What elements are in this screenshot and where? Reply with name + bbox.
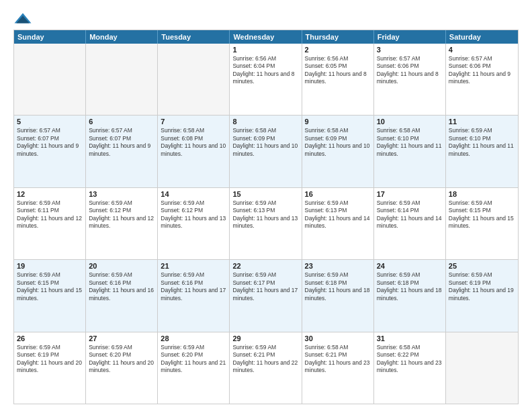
day-number: 6 [89,118,154,126]
cal-cell-30: 30Sunrise: 6:58 AMSunset: 6:21 PMDayligh… [302,332,374,404]
day-number: 3 [377,46,443,54]
cell-info: Sunrise: 6:59 AMSunset: 6:12 PMDaylight:… [89,199,154,230]
cal-cell-21: 21Sunrise: 6:59 AMSunset: 6:16 PMDayligh… [158,260,230,331]
cal-cell-31: 31Sunrise: 6:58 AMSunset: 6:22 PMDayligh… [374,332,446,404]
cell-info: Sunrise: 6:59 AMSunset: 6:21 PMDaylight:… [232,344,298,375]
cal-cell-3: 3Sunrise: 6:57 AMSunset: 6:06 PMDaylight… [374,44,446,115]
day-number: 30 [305,334,371,342]
cell-info: Sunrise: 6:57 AMSunset: 6:07 PMDaylight:… [89,127,154,158]
cal-cell-13: 13Sunrise: 6:59 AMSunset: 6:12 PMDayligh… [86,188,158,259]
cal-header-sunday: Sunday [14,30,86,44]
cell-info: Sunrise: 6:59 AMSunset: 6:16 PMDaylight:… [89,271,154,302]
cal-header-thursday: Thursday [302,30,374,44]
cal-cell-8: 8Sunrise: 6:58 AMSunset: 6:09 PMDaylight… [230,116,302,187]
cal-header-monday: Monday [86,30,158,44]
cell-info: Sunrise: 6:59 AMSunset: 6:10 PMDaylight:… [449,127,515,158]
cal-cell-10: 10Sunrise: 6:58 AMSunset: 6:10 PMDayligh… [374,116,446,187]
cell-info: Sunrise: 6:59 AMSunset: 6:19 PMDaylight:… [449,271,515,302]
day-number: 14 [161,190,226,198]
day-number: 4 [449,46,515,54]
cal-cell-17: 17Sunrise: 6:59 AMSunset: 6:14 PMDayligh… [374,188,446,259]
cell-info: Sunrise: 6:59 AMSunset: 6:11 PMDaylight:… [17,199,83,230]
cal-cell-20: 20Sunrise: 6:59 AMSunset: 6:16 PMDayligh… [86,260,158,331]
cell-info: Sunrise: 6:59 AMSunset: 6:13 PMDaylight:… [305,199,371,230]
header [13,12,519,24]
cell-info: Sunrise: 6:56 AMSunset: 6:05 PMDaylight:… [305,55,371,86]
calendar-body: 1Sunrise: 6:56 AMSunset: 6:04 PMDaylight… [14,44,518,404]
cal-cell-16: 16Sunrise: 6:59 AMSunset: 6:13 PMDayligh… [302,188,374,259]
cal-header-wednesday: Wednesday [230,30,302,44]
day-number: 17 [377,190,443,198]
cal-header-saturday: Saturday [446,30,518,44]
logo-icon [13,12,32,24]
cal-cell-22: 22Sunrise: 6:59 AMSunset: 6:17 PMDayligh… [230,260,302,331]
cell-info: Sunrise: 6:59 AMSunset: 6:17 PMDaylight:… [232,271,298,302]
cal-cell-6: 6Sunrise: 6:57 AMSunset: 6:07 PMDaylight… [86,116,158,187]
cal-cell-11: 11Sunrise: 6:59 AMSunset: 6:10 PMDayligh… [446,116,518,187]
cal-cell-23: 23Sunrise: 6:59 AMSunset: 6:18 PMDayligh… [302,260,374,331]
day-number: 7 [161,118,226,126]
cell-info: Sunrise: 6:57 AMSunset: 6:06 PMDaylight:… [377,55,443,86]
day-number: 22 [232,262,298,270]
cal-cell-29: 29Sunrise: 6:59 AMSunset: 6:21 PMDayligh… [230,332,302,404]
day-number: 21 [161,262,226,270]
logo [13,12,35,24]
page: SundayMondayTuesdayWednesdayThursdayFrid… [0,0,532,411]
day-number: 26 [17,334,83,342]
cell-info: Sunrise: 6:56 AMSunset: 6:04 PMDaylight:… [232,55,298,86]
day-number: 10 [377,118,443,126]
cal-cell-empty [446,332,518,404]
cal-cell-5: 5Sunrise: 6:57 AMSunset: 6:07 PMDaylight… [14,116,86,187]
cell-info: Sunrise: 6:59 AMSunset: 6:13 PMDaylight:… [232,199,298,230]
cal-cell-27: 27Sunrise: 6:59 AMSunset: 6:20 PMDayligh… [86,332,158,404]
cal-row-3: 12Sunrise: 6:59 AMSunset: 6:11 PMDayligh… [14,187,518,259]
day-number: 31 [377,334,443,342]
day-number: 25 [449,262,515,270]
cell-info: Sunrise: 6:59 AMSunset: 6:18 PMDaylight:… [305,271,371,302]
cal-row-2: 5Sunrise: 6:57 AMSunset: 6:07 PMDaylight… [14,115,518,187]
day-number: 2 [305,46,371,54]
cal-cell-28: 28Sunrise: 6:59 AMSunset: 6:20 PMDayligh… [158,332,230,404]
day-number: 24 [377,262,443,270]
cell-info: Sunrise: 6:59 AMSunset: 6:20 PMDaylight:… [89,344,154,375]
cell-info: Sunrise: 6:59 AMSunset: 6:15 PMDaylight:… [17,271,83,302]
cell-info: Sunrise: 6:58 AMSunset: 6:08 PMDaylight:… [161,127,226,158]
cell-info: Sunrise: 6:59 AMSunset: 6:18 PMDaylight:… [377,271,443,302]
cell-info: Sunrise: 6:58 AMSunset: 6:21 PMDaylight:… [305,344,371,375]
cal-cell-empty [158,44,230,115]
cell-info: Sunrise: 6:58 AMSunset: 6:09 PMDaylight:… [305,127,371,158]
cell-info: Sunrise: 6:58 AMSunset: 6:10 PMDaylight:… [377,127,443,158]
calendar-header: SundayMondayTuesdayWednesdayThursdayFrid… [14,30,518,44]
cell-info: Sunrise: 6:59 AMSunset: 6:19 PMDaylight:… [17,344,83,375]
cal-cell-2: 2Sunrise: 6:56 AMSunset: 6:05 PMDaylight… [302,44,374,115]
cal-cell-18: 18Sunrise: 6:59 AMSunset: 6:15 PMDayligh… [446,188,518,259]
cal-cell-7: 7Sunrise: 6:58 AMSunset: 6:08 PMDaylight… [158,116,230,187]
cell-info: Sunrise: 6:59 AMSunset: 6:20 PMDaylight:… [161,344,226,375]
day-number: 18 [449,190,515,198]
cal-cell-4: 4Sunrise: 6:57 AMSunset: 6:06 PMDaylight… [446,44,518,115]
day-number: 5 [17,118,83,126]
day-number: 27 [89,334,154,342]
day-number: 16 [305,190,371,198]
day-number: 15 [232,190,298,198]
cal-cell-19: 19Sunrise: 6:59 AMSunset: 6:15 PMDayligh… [14,260,86,331]
day-number: 11 [449,118,515,126]
cell-info: Sunrise: 6:57 AMSunset: 6:07 PMDaylight:… [17,127,83,158]
day-number: 29 [232,334,298,342]
cal-cell-15: 15Sunrise: 6:59 AMSunset: 6:13 PMDayligh… [230,188,302,259]
cal-row-4: 19Sunrise: 6:59 AMSunset: 6:15 PMDayligh… [14,259,518,331]
cal-cell-25: 25Sunrise: 6:59 AMSunset: 6:19 PMDayligh… [446,260,518,331]
cal-row-5: 26Sunrise: 6:59 AMSunset: 6:19 PMDayligh… [14,332,518,404]
cal-row-1: 1Sunrise: 6:56 AMSunset: 6:04 PMDaylight… [14,44,518,115]
cell-info: Sunrise: 6:59 AMSunset: 6:16 PMDaylight:… [161,271,226,302]
day-number: 20 [89,262,154,270]
cal-cell-24: 24Sunrise: 6:59 AMSunset: 6:18 PMDayligh… [374,260,446,331]
calendar: SundayMondayTuesdayWednesdayThursdayFrid… [13,30,519,404]
cell-info: Sunrise: 6:58 AMSunset: 6:22 PMDaylight:… [377,344,443,375]
cal-cell-empty [86,44,158,115]
cell-info: Sunrise: 6:58 AMSunset: 6:09 PMDaylight:… [232,127,298,158]
cal-cell-12: 12Sunrise: 6:59 AMSunset: 6:11 PMDayligh… [14,188,86,259]
day-number: 19 [17,262,83,270]
cal-cell-26: 26Sunrise: 6:59 AMSunset: 6:19 PMDayligh… [14,332,86,404]
cell-info: Sunrise: 6:57 AMSunset: 6:06 PMDaylight:… [449,55,515,86]
